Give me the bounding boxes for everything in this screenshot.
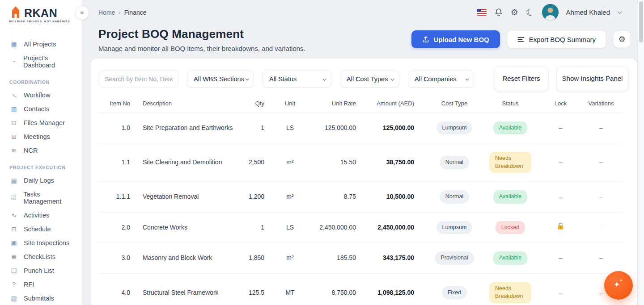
files-icon: ⊟: [10, 120, 18, 126]
cell-unit: MT: [273, 273, 307, 305]
sidebar-item-rfi[interactable]: ? RFI: [0, 277, 82, 291]
sidebar-item-punch-list[interactable]: ❏ Punch List: [0, 263, 82, 277]
col-lock: Lock: [542, 99, 580, 113]
cell-variations: –: [580, 182, 623, 213]
sidebar-item-workflow[interactable]: ⌥ Workflow: [0, 88, 82, 102]
arkan-house-icon: [9, 5, 22, 19]
breadcrumb-current[interactable]: Finance: [124, 9, 147, 16]
cell-item-no: 2.0: [99, 212, 130, 243]
inspections-icon: ▣: [10, 240, 18, 246]
punch-list-icon: ❏: [10, 267, 18, 274]
cell-description: Masonry and Block Work: [130, 243, 233, 274]
cell-variations: –: [580, 212, 623, 243]
export-boq-summary-button[interactable]: Export BOQ Summary: [507, 30, 606, 48]
ai-assistant-fab[interactable]: ✦ ✦: [604, 271, 633, 300]
companies-dropdown[interactable]: All Companies: [408, 71, 474, 88]
status-dropdown[interactable]: All Status: [263, 71, 331, 88]
cell-qty: 1,200: [233, 182, 273, 213]
cost-type-badge: Lumpsum: [436, 221, 473, 234]
table-row[interactable]: 1.1 Site Clearing and Demolition 2,500 m…: [99, 143, 623, 182]
table-row[interactable]: 3.0 Masonry and Block Work 1,850 m² 185.…: [99, 243, 623, 274]
sidebar-item-all-projects[interactable]: ▦ All Projects: [0, 37, 82, 51]
sidebar-item-tasks-management[interactable]: ☑ Tasks Management: [0, 187, 82, 208]
cell-amount: 2,450,000.00: [367, 212, 430, 243]
status-badge: Needs Breakdown: [489, 152, 531, 173]
sidebar-item-submittals[interactable]: ▧ Submittals: [0, 291, 82, 305]
checklists-icon: ≣: [10, 254, 18, 260]
table-row[interactable]: 2.0 Concrete Works 1 LS 2,450,000.00 2,4…: [99, 212, 623, 243]
sidebar-item-site-inspections[interactable]: ▣ Site Inspections: [0, 236, 82, 250]
cell-cost-type: Normal: [430, 182, 479, 213]
scrollbar-thumb[interactable]: [639, 1, 643, 42]
cost-type-badge: Lumpsum: [436, 121, 473, 135]
sidebar-item-activities[interactable]: ∿ Activities: [0, 208, 82, 222]
cell-lock: [542, 212, 580, 243]
search-input[interactable]: [99, 71, 178, 88]
workflow-icon: ⌥: [10, 92, 18, 98]
table-row[interactable]: 1.1.1 Vegetation Removal 1,200 m² 8.75 1…: [99, 182, 623, 213]
settings-gear-icon[interactable]: ⚙: [511, 8, 518, 17]
table-row[interactable]: 1.0 Site Preparation and Earthworks 1 LS…: [99, 113, 623, 143]
cell-item-no: 1.0: [99, 113, 130, 143]
chevron-down-icon[interactable]: [618, 9, 622, 14]
cell-amount: 38,750.00: [367, 143, 430, 182]
cell-lock: –: [542, 243, 580, 274]
dark-mode-moon-icon[interactable]: ☾: [525, 7, 535, 18]
user-avatar[interactable]: [542, 4, 559, 21]
page-subtitle: Manage and monitor all BOQ items, their …: [98, 45, 305, 52]
sidebar-toggle-button[interactable]: ≡: [75, 6, 89, 20]
page-title: Project BOQ Management: [98, 27, 305, 41]
boq-table: Item No Description Qty Unit Unit Rate A…: [99, 99, 623, 305]
cell-cost-type: Provisional: [430, 243, 479, 274]
cell-description: Structural Steel Framework: [130, 273, 233, 305]
brand-name: RKAN: [24, 8, 57, 19]
show-insights-panel-button[interactable]: Show Insights Panel: [556, 66, 628, 91]
col-amount: Amount (AED): [367, 99, 430, 113]
reset-filters-button[interactable]: Reset Filters: [494, 66, 548, 91]
sidebar-item-ncr[interactable]: ≋ NCR: [0, 143, 82, 157]
sidebar-item-meetings[interactable]: ⊞ Meetings: [0, 130, 82, 143]
cell-cost-type: Fixed: [430, 273, 479, 305]
sparkle-icon: ✦: [619, 278, 623, 283]
cell-unit-rate: 2,450,000.00: [307, 212, 367, 243]
meetings-icon: ⊞: [10, 134, 18, 140]
breadcrumb-home[interactable]: Home: [98, 9, 115, 16]
cell-status: Needs Breakdown: [479, 143, 542, 182]
cell-lock: –: [542, 273, 580, 305]
status-badge: Locked: [496, 221, 525, 234]
ncr-icon: ≋: [10, 147, 18, 154]
sidebar-item-schedule[interactable]: ⊡ Schedule: [0, 222, 82, 236]
language-flag-icon[interactable]: [477, 9, 487, 16]
scrollbar-track[interactable]: [638, 0, 644, 305]
cost-type-badge: Normal: [440, 156, 469, 169]
cost-type-badge: Fixed: [442, 286, 467, 300]
cell-amount: 10,500.00: [367, 182, 430, 213]
boq-settings-gear-icon[interactable]: ⚙: [613, 31, 631, 48]
cost-types-dropdown[interactable]: All Cost Types: [340, 71, 399, 88]
sidebar-item-files-manager[interactable]: ⊟ Files Manager: [0, 116, 82, 130]
wbs-sections-dropdown[interactable]: All WBS Sections: [187, 71, 254, 88]
brand-tagline: BUILDING BRIDGES, NOT BARRIERS: [9, 20, 82, 23]
user-name[interactable]: Ahmed Khaled: [566, 8, 610, 16]
notifications-bell-icon[interactable]: [494, 8, 503, 17]
sidebar-item-daily-logs[interactable]: ▤ Daily Logs: [0, 173, 82, 187]
cell-unit: LS: [273, 212, 307, 243]
rfi-icon: ?: [10, 281, 18, 288]
col-description: Description: [130, 99, 233, 113]
cell-lock: –: [542, 143, 580, 182]
table-row[interactable]: 4.0 Structural Steel Framework 125.5 MT …: [99, 273, 623, 305]
sidebar-item-projects-dashboard[interactable]: ◔ Project's Dashboard: [0, 51, 82, 72]
sidebar: RKAN BUILDING BRIDGES, NOT BARRIERS ▦ Al…: [0, 0, 82, 305]
cell-unit: m²: [273, 143, 307, 182]
submittals-icon: ▧: [10, 295, 18, 301]
upload-new-boq-button[interactable]: Upload New BOQ: [411, 30, 500, 48]
sidebar-item-contacts[interactable]: ▥ Contacts: [0, 102, 82, 116]
cell-status: Locked: [479, 212, 542, 243]
sidebar-item-checklists[interactable]: ≣ CheckLists: [0, 250, 82, 263]
cell-item-no: 3.0: [99, 243, 130, 274]
cell-lock: –: [542, 113, 580, 143]
cell-status: Available: [479, 182, 542, 213]
col-unit-rate: Unit Rate: [307, 99, 367, 113]
chevron-down-icon: [465, 77, 469, 80]
chevron-down-icon: [322, 77, 326, 80]
